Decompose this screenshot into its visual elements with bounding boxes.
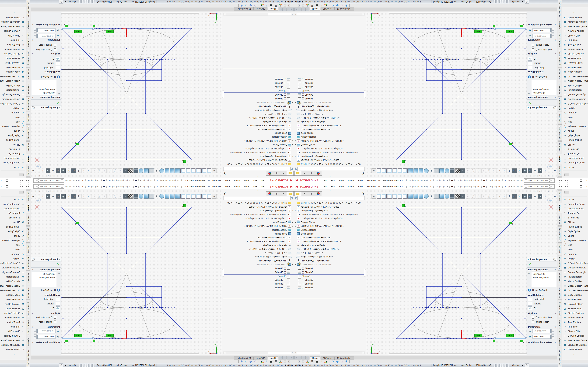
command-tab-data-migration[interactable]: Data Migration — [558, 31, 562, 48]
panel-splitter-handle[interactable]: ● — [294, 189, 366, 191]
tab-property-manager[interactable]: ⚑ — [280, 191, 287, 196]
graphics-horizontal-scrollbar[interactable] — [389, 12, 541, 14]
tool-intersection-curve[interactable]: ≋Intersection Curve — [562, 338, 588, 342]
tool-segment[interactable]: ∕Segment — [562, 111, 588, 115]
folder-check-icon[interactable]: 🗀 — [244, 360, 248, 363]
gear-icon[interactable]: ⚙ — [345, 360, 348, 363]
tool-trim-entities[interactable]: ✂Trim Entities — [562, 320, 588, 324]
user-login-icon[interactable]: ☻ — [558, 184, 562, 188]
relation-tag[interactable]: ∕ — [493, 340, 495, 342]
equal-relation-tag[interactable]: =109 — [475, 334, 482, 337]
tool-scroll-button[interactable] — [19, 174, 24, 176]
doc-tab-motion-study-1[interactable]: Motion Study 1 — [234, 7, 253, 10]
tree-item[interactable]: ┗○ИN◦ЄƼ◦✣◎○∙○◎✣◦ƼЄ◦NИ○ — [294, 259, 365, 262]
graphics-horizontal-scrollbar[interactable] — [47, 12, 199, 14]
tab-navigation-buttons[interactable]: ◀◀▶▶ — [279, 8, 294, 11]
tool-convert-entities[interactable]: ▢Convert Entities — [562, 334, 588, 338]
folder-check-icon[interactable]: 🗀 — [244, 4, 248, 7]
sketch-item[interactable]: (-) Sketch2 — [223, 270, 294, 274]
section-options[interactable]: Options∧ — [527, 52, 557, 56]
tree-item[interactable]: ▶○253ЄИNАΩ·○∙○·ΩАNИЄ352○ — [294, 101, 365, 105]
length-spinner[interactable]: ▲▼ — [551, 33, 554, 38]
restore-button[interactable] — [579, 185, 582, 188]
tool-convert-entities[interactable]: ▢Convert Entities — [0, 29, 26, 33]
tool-sketch-fillet[interactable]: ╭Sketch Fillet — [0, 33, 26, 38]
section-options[interactable]: Options∧ — [527, 311, 557, 315]
tool-fit-spline[interactable]: ╰Fit Spline — [562, 324, 588, 329]
search-input[interactable]: Search CAD Models — [40, 179, 60, 182]
command-tab-sketch[interactable]: Sketch — [558, 154, 562, 164]
folder-check-icon[interactable]: 🗀 — [340, 360, 344, 363]
add-relation-fix[interactable]: ⚓Fix — [31, 57, 61, 61]
tool-silhouette-entities[interactable]: ▦Silhouette Entities — [562, 20, 588, 25]
tool-parallelogram[interactable]: ▱Parallelogram — [562, 88, 588, 93]
status-custom-dropdown[interactable]: Custom▴ — [63, 0, 77, 3]
tool-centerpoint-arc[interactable]: ⌒Centerpoint Arc — [562, 206, 588, 211]
scroll-thumb[interactable] — [297, 13, 320, 15]
expand-arrow[interactable]: ▶ — [294, 144, 297, 146]
tool-centerpoint-arc[interactable]: ⌒Centerpoint Arc — [0, 156, 26, 161]
command-tab-data-migration[interactable]: Data Migration — [558, 319, 562, 336]
tool-partial-ellipse[interactable]: ◖Partial Ellipse — [0, 224, 26, 229]
graphics-viewport[interactable]: ▸▾⬇⇄↩⌐╱◠✎△◇✎·┗▭Ɔ³⁰◉◎◉➤#◗–◌◌ ❐❐—❐✕ ↷ ✕ ∕3… — [366, 12, 557, 178]
tool-center-rectangle[interactable]: ▣Center Rectangle — [562, 265, 588, 270]
ruler-icon[interactable]: ┗ — [260, 4, 264, 7]
tool-move-entities[interactable]: ↗Move Entities — [562, 65, 588, 70]
expand-arrow[interactable]: ▶ — [291, 225, 294, 227]
tree-item[interactable]: Σ○25ИN◎◦✢А∪°ЗЄ○∙○ЄЗ°∪А✢◦◎NИ25○ — [223, 239, 294, 243]
relation-entry[interactable]: Equal length109 — [533, 88, 555, 91]
expand-arrow[interactable]: ▶ — [291, 221, 294, 223]
sync-check-icon[interactable]: ⟳ — [331, 4, 334, 7]
tool-line[interactable]: ╱Line — [0, 242, 26, 247]
expand-arrow[interactable]: ▶ — [294, 102, 297, 104]
tree-item[interactable]: ≔Material <not specified> — [223, 243, 294, 247]
tool-trim-entities[interactable]: ✂Trim Entities — [0, 320, 26, 324]
expand-arrow[interactable]: ▶ — [294, 156, 297, 158]
tool-rotate-entities[interactable]: ↻Rotate Entities — [562, 302, 588, 306]
tree-root-item[interactable]: тЯPDL2. ◎ ЗЄ ◎ Ш ◎ ◦ ◎ ✢ ◎ ƆС ◎ ЗЄ ◎ ∙ ◎… — [223, 162, 294, 166]
gear-icon[interactable]: ⚙ — [240, 360, 243, 363]
sketch-item[interactable]: (-) Sketch2 — [294, 93, 365, 97]
tool-offset-entities[interactable]: ⊏Offset Entities — [562, 347, 588, 352]
filter-input[interactable] — [297, 167, 365, 171]
expand-panel-chevron[interactable]: ❯ — [224, 192, 226, 195]
tool-parallelogram[interactable]: ▱Parallelogram — [562, 274, 588, 279]
tree-root-item[interactable]: тЯPDL2. ◎ ЗЄ ◎ Ш ◎ ◦ ◎ ✢ ◎ ƆС ◎ ЗЄ ◎ ∙ ◎… — [294, 201, 365, 205]
tool-circle[interactable]: ⊙Circle — [562, 197, 588, 202]
rollback-bar[interactable] — [223, 69, 294, 69]
tool-copy-entities[interactable]: ⊞Copy Entities — [0, 70, 26, 75]
command-tab-direct-editing[interactable]: Direct Editing — [26, 125, 30, 141]
menu-window[interactable]: Window — [212, 185, 221, 188]
option-infinite-length[interactable]: Infinite length — [31, 43, 61, 48]
paintbrush-icon[interactable]: ✎ — [279, 4, 282, 7]
ok-checkmark[interactable]: ✓ — [31, 100, 60, 105]
tree-item[interactable]: ★○253Є✢◦✣◎ΛАΦ○∙○ΦАΛ◎✣◦✢Є352○ — [223, 158, 294, 162]
tree-item[interactable]: ▶○253ЄИNАΩ·○∙○·ΩАNИЄ352○ — [294, 262, 365, 266]
relation-tag[interactable]: ∕ — [93, 25, 95, 27]
scroll-left-arrow[interactable]: ◂ — [291, 352, 294, 354]
tool-partial-ellipse[interactable]: ◖Partial Ellipse — [562, 224, 588, 229]
menu-file[interactable]: File — [324, 179, 328, 182]
menu-view[interactable]: View — [339, 185, 344, 188]
tree-item[interactable]: Surface Bodies — [223, 135, 294, 139]
command-tab-features[interactable]: Features — [26, 165, 30, 176]
tool-spline[interactable]: ∿Spline — [0, 234, 26, 238]
option-for-construction[interactable]: For construction — [31, 48, 61, 52]
tab-navigation-buttons[interactable]: ◀◀▶▶ — [294, 356, 309, 359]
tool-linear-sketch-pattern[interactable]: ∷Linear Sketch Pattern — [0, 284, 26, 288]
filter-input[interactable] — [223, 167, 291, 171]
tool-spline[interactable]: ∿Spline — [562, 234, 588, 238]
command-tab-surfaces[interactable]: Surfaces — [26, 214, 30, 226]
tool-corner-rectangle[interactable]: ▭Corner Rectangle — [0, 93, 26, 97]
user-login-icon[interactable]: ☻ — [26, 184, 30, 188]
add-relation-vertical[interactable]: │Vertical — [527, 301, 557, 306]
equal-relation-tag[interactable]: =109 — [74, 30, 82, 33]
status-sketch-icon[interactable]: ✎ — [59, 0, 63, 3]
add-relation-horizontal[interactable]: —Horizontal — [527, 297, 557, 301]
command-tab-markup[interactable]: Markup — [26, 20, 30, 30]
toolbar-grip[interactable]: ⋮ — [292, 360, 293, 363]
tree-item[interactable]: ∞○25·∩✻✣АM○∙○MА✣✻∩·25○ — [223, 128, 294, 131]
tool-spline[interactable]: ∿Spline — [562, 129, 588, 133]
tool-move-entities[interactable]: ↗Move Entities — [562, 297, 588, 302]
relation-entry[interactable]: Equal length109 — [33, 276, 55, 279]
